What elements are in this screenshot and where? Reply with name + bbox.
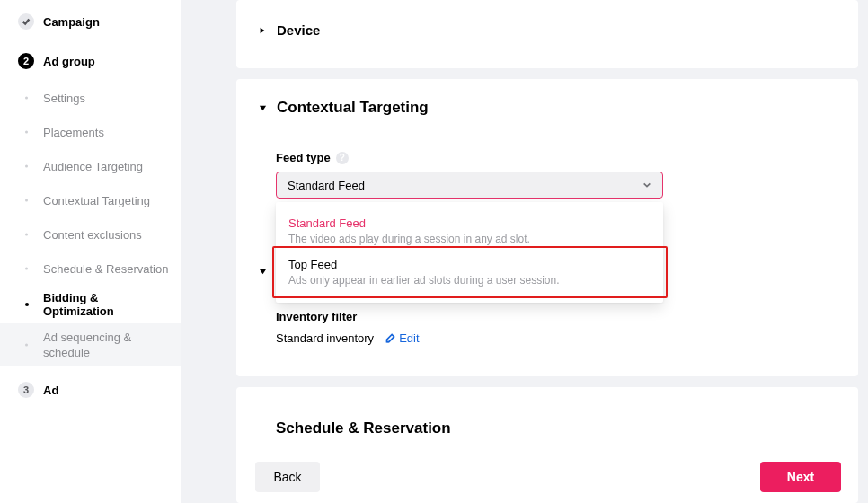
- pencil-icon: [385, 332, 396, 344]
- step-ad-label: Ad: [43, 384, 58, 397]
- option-title: Standard Feed: [288, 216, 651, 230]
- sidebar-item-ad-sequencing[interactable]: Ad sequencing & schedule: [0, 323, 181, 366]
- edit-label: Edit: [399, 331, 419, 345]
- edit-link[interactable]: Edit: [385, 331, 419, 345]
- card-device: Device: [236, 0, 858, 68]
- step-campaign-label: Campaign: [43, 15, 100, 29]
- help-icon[interactable]: ?: [336, 152, 349, 164]
- sidebar-item-label: Placements: [43, 126, 104, 139]
- next-button[interactable]: Next: [760, 462, 841, 492]
- card-schedule-reservation: Schedule & Reservation Back Next: [236, 387, 858, 503]
- option-desc: Ads only appear in earlier ad slots duri…: [288, 274, 651, 287]
- option-title: Top Feed: [288, 258, 651, 271]
- step-number-icon: 2: [18, 53, 34, 69]
- step-campaign[interactable]: Campaign: [0, 5, 181, 38]
- step-ad[interactable]: 3 Ad: [0, 374, 181, 406]
- schedule-title: Schedule & Reservation: [276, 419, 451, 437]
- caret-down-icon: [259, 100, 268, 116]
- sidebar-item-label: Content exclusions: [43, 228, 142, 242]
- chevron-down-icon: [642, 179, 651, 192]
- feed-type-label: Feed type: [276, 151, 331, 164]
- sidebar-item-label: Ad sequencing & schedule: [43, 331, 172, 361]
- sidebar-item-label: Settings: [43, 92, 85, 105]
- device-header[interactable]: Device: [259, 22, 320, 38]
- caret-down-icon: [259, 263, 268, 279]
- sidebar-item-audience-targeting[interactable]: Audience Targeting: [0, 149, 181, 183]
- contextual-header[interactable]: Contextual Targeting: [259, 99, 429, 117]
- caret-right-icon: [259, 22, 268, 38]
- step-number-icon: 3: [18, 382, 34, 398]
- device-title: Device: [277, 22, 320, 38]
- step-adgroup[interactable]: 2 Ad group: [0, 45, 181, 77]
- sidebar-item-label: Bidding & Optimization: [43, 291, 172, 318]
- sidebar-item-placements[interactable]: Placements: [0, 115, 181, 149]
- sidebar-item-bidding-optimization[interactable]: Bidding & Optimization: [0, 286, 181, 323]
- sidebar-item-settings[interactable]: Settings: [0, 81, 181, 115]
- inventory-filter-row: Standard inventory Edit: [276, 331, 420, 345]
- sidebar-item-schedule-reservation[interactable]: Schedule & Reservation: [0, 252, 181, 286]
- sidebar-item-label: Schedule & Reservation: [43, 262, 168, 276]
- card-contextual-targeting: Contextual Targeting Feed type ? Standar…: [236, 79, 858, 376]
- contextual-title: Contextual Targeting: [277, 99, 429, 117]
- step-adgroup-label: Ad group: [43, 55, 95, 68]
- feed-type-label-row: Feed type ?: [276, 151, 349, 164]
- feed-type-dropdown: Standard Feed The video ads play during …: [276, 202, 663, 303]
- sidebar-item-content-exclusions[interactable]: Content exclusions: [0, 217, 181, 252]
- inventory-filter-value: Standard inventory: [276, 331, 374, 345]
- sidebar-item-contextual-targeting[interactable]: Contextual Targeting: [0, 183, 181, 217]
- sidebar: Campaign 2 Ad group Settings Placements …: [0, 0, 181, 503]
- back-button[interactable]: Back: [255, 462, 320, 492]
- feed-type-selected-value: Standard Feed: [288, 179, 365, 192]
- option-desc: The video ads play during a session in a…: [288, 233, 651, 245]
- content-exclusions-caret[interactable]: [259, 263, 277, 279]
- dropdown-option-top-feed[interactable]: Top Feed Ads only appear in earlier ad s…: [276, 252, 663, 294]
- sidebar-item-label: Contextual Targeting: [43, 194, 150, 207]
- sidebar-item-label: Audience Targeting: [43, 160, 143, 173]
- feed-type-select[interactable]: Standard Feed: [276, 172, 663, 199]
- inventory-filter-label: Inventory filter: [276, 310, 357, 323]
- check-icon: [18, 13, 34, 30]
- dropdown-option-standard-feed[interactable]: Standard Feed The video ads play during …: [276, 211, 663, 252]
